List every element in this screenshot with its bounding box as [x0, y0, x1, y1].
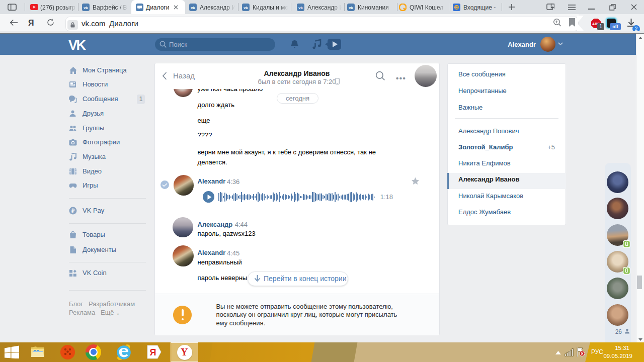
svg-text:vk: vk — [84, 6, 88, 10]
svg-text:vk: vk — [191, 6, 195, 10]
svg-text:vk: vk — [298, 6, 303, 10]
svg-text:@: @ — [455, 5, 459, 10]
svg-text:Я: Я — [150, 347, 156, 357]
svg-text:vk: vk — [349, 6, 353, 10]
svg-text:vk: vk — [244, 6, 248, 10]
svg-text:₽: ₽ — [71, 208, 75, 214]
